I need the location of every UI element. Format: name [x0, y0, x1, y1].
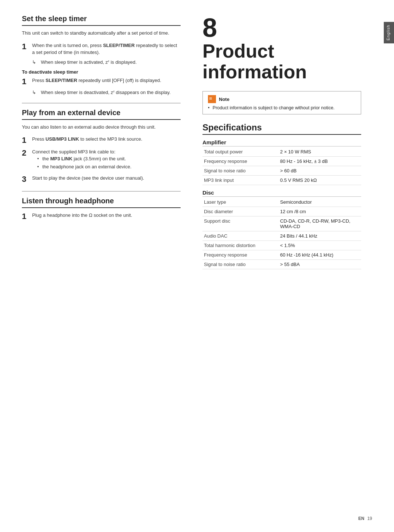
- spec-label: Signal to noise ratio: [202, 260, 279, 269]
- ext-step-2: 2 Connect the supplied MP3 link cable to…: [22, 148, 181, 172]
- chapter-title: Product information: [202, 41, 361, 82]
- note-bullet-1: • Product information is subject to chan…: [208, 105, 356, 110]
- bullet-mp3-link-text: the MP3 LINK jack (3.5mm) on the unit.: [42, 155, 126, 163]
- sleep-timer-intro: This unit can switch to standby automati…: [22, 30, 181, 37]
- sleep-step-1: 1 When the unit is turned on, press SLEE…: [22, 42, 181, 56]
- section-sleep-timer: Set the sleep timer This unit can switch…: [22, 15, 181, 96]
- arrow-icon: ↳: [32, 59, 40, 66]
- sleep-timer-title: Set the sleep timer: [22, 15, 181, 26]
- sleep-step-1-arrow: ↳ When sleep timer is activated, zz is d…: [32, 59, 181, 66]
- spec-row: Total harmonic distortion < 1.5%: [202, 241, 361, 250]
- spec-row: Signal to noise ratio > 60 dB: [202, 166, 361, 176]
- headphone-step-number: 1: [22, 212, 32, 221]
- ext-step-2-content: Connect the supplied MP3 link cable to: …: [32, 148, 131, 172]
- ext-step-3-content: Start to play the device (see the device…: [32, 175, 144, 182]
- chapter-number: 8: [202, 13, 217, 42]
- deactivate-step-1: 1 Press SLEEP/TIMER repeatedly until [OF…: [22, 77, 181, 86]
- spec-value: Semiconductor: [279, 197, 361, 207]
- note-bullet-sym: •: [208, 105, 211, 110]
- spec-row: Signal to noise ratio > 55 dBA: [202, 260, 361, 269]
- specs-title: Specifications: [202, 122, 361, 135]
- headphone-step-content: Plug a headphone into the Ω socket on th…: [32, 212, 132, 219]
- spec-label: Total output power: [202, 147, 279, 157]
- ext-step-2-bullets: • the MP3 LINK jack (3.5mm) on the unit.…: [37, 155, 131, 170]
- section-external-device: Play from an external device You can als…: [22, 109, 181, 184]
- spec-value: < 1.5%: [279, 241, 361, 250]
- note-label: Note: [219, 97, 229, 102]
- spec-label: Signal to noise ratio: [202, 166, 279, 176]
- bullet-headphone-text: the headphone jack on an external device…: [42, 163, 131, 171]
- deactivate-arrow-text: When sleep timer is deactivated, zz disa…: [41, 89, 171, 96]
- bullet-sym-2: •: [37, 163, 42, 171]
- spec-label: Support disc: [202, 216, 279, 231]
- spec-label: Total harmonic distortion: [202, 241, 279, 250]
- spec-row: Audio DAC 24 Bits / 44.1 kHz: [202, 231, 361, 241]
- arrow-icon-2: ↳: [32, 89, 40, 96]
- bullet-headphone: • the headphone jack on an external devi…: [37, 163, 131, 171]
- headphone-step-1: 1 Plug a headphone into the Ω socket on …: [22, 212, 181, 221]
- left-column: Set the sleep timer This unit can switch…: [22, 15, 188, 517]
- spec-label: Frequency response: [202, 157, 279, 166]
- deactivate-arrow: ↳ When sleep timer is deactivated, zz di…: [32, 89, 181, 96]
- spec-category-disc: Disc: [202, 189, 361, 197]
- spec-value: 60 Hz -16 kHz (44.1 kHz): [279, 250, 361, 260]
- ext-step-1-content: Press USB/MP3 LINK to select the MP3 lin…: [32, 136, 142, 143]
- note-icon: [208, 95, 216, 103]
- headphone-steps: 1 Plug a headphone into the Ω socket on …: [22, 212, 181, 221]
- external-device-intro: You can also listen to an external audio…: [22, 124, 181, 131]
- note-bullet-text: Product information is subject to change…: [213, 105, 335, 110]
- spec-table-disc: Laser type Semiconductor Disc diameter 1…: [202, 197, 361, 269]
- deactivate-steps: 1 Press SLEEP/TIMER repeatedly until [OF…: [22, 77, 181, 96]
- spec-row: Frequency response 60 Hz -16 kHz (44.1 k…: [202, 250, 361, 260]
- page: English Set the sleep timer This unit ca…: [0, 0, 394, 532]
- spec-row: MP3 link input 0.5 V RMS 20 kΩ: [202, 176, 361, 185]
- note-box: Note • Product information is subject to…: [202, 91, 361, 114]
- page-footer: EN 19: [358, 516, 372, 521]
- side-language-tab: English: [384, 22, 394, 43]
- spec-row: Frequency response 80 Hz - 16 kHz, ± 3 d…: [202, 157, 361, 166]
- spec-value: CD-DA, CD-R, CD-RW, MP3-CD, WMA-CD: [279, 216, 361, 231]
- main-content: Set the sleep timer This unit can switch…: [0, 0, 394, 532]
- spec-value: > 60 dB: [279, 166, 361, 176]
- section-headphone: Listen through headphone 1 Plug a headph…: [22, 197, 181, 221]
- spec-value: 80 Hz - 16 kHz, ± 3 dB: [279, 157, 361, 166]
- spec-value: 2 × 10 W RMS: [279, 147, 361, 157]
- spec-value: 12 cm /8 cm: [279, 207, 361, 216]
- spec-value: 0.5 V RMS 20 kΩ: [279, 176, 361, 185]
- divider-1: [22, 103, 181, 103]
- ext-step-3: 3 Start to play the device (see the devi…: [22, 175, 181, 184]
- sleep-timer-steps: 1 When the unit is turned on, press SLEE…: [22, 42, 181, 66]
- bullet-mp3-link: • the MP3 LINK jack (3.5mm) on the unit.: [37, 155, 131, 163]
- footer-page: 19: [367, 516, 372, 521]
- spec-label: Audio DAC: [202, 231, 279, 241]
- spec-label: Laser type: [202, 197, 279, 207]
- spec-label: Frequency response: [202, 250, 279, 260]
- deactivate-label: To deactivate sleep timer: [22, 69, 181, 75]
- step-number-1: 1: [22, 42, 32, 51]
- external-device-title: Play from an external device: [22, 109, 181, 120]
- ext-step-number-3: 3: [22, 175, 32, 184]
- spec-label: Disc diameter: [202, 207, 279, 216]
- ext-step-1: 1 Press USB/MP3 LINK to select the MP3 l…: [22, 136, 181, 145]
- spec-row: Support disc CD-DA, CD-R, CD-RW, MP3-CD,…: [202, 216, 361, 231]
- external-device-steps: 1 Press USB/MP3 LINK to select the MP3 l…: [22, 136, 181, 184]
- deactivate-step-content: Press SLEEP/TIMER repeatedly until [OFF]…: [32, 77, 161, 84]
- ext-step-number-2: 2: [22, 148, 32, 158]
- spec-category-amplifier: Amplifier: [202, 139, 361, 146]
- chapter-heading: 8 Product information: [202, 15, 361, 82]
- bullet-sym-1: •: [37, 155, 42, 163]
- spec-value: > 55 dBA: [279, 260, 361, 269]
- spec-row: Total output power 2 × 10 W RMS: [202, 147, 361, 157]
- footer-lang: EN: [358, 516, 364, 521]
- spec-row: Disc diameter 12 cm /8 cm: [202, 207, 361, 216]
- deactivate-step-number: 1: [22, 77, 32, 86]
- spec-value: 24 Bits / 44.1 kHz: [279, 231, 361, 241]
- spec-label: MP3 link input: [202, 176, 279, 185]
- note-header: Note: [208, 95, 356, 103]
- sleep-step-1-content: When the unit is turned on, press SLEEP/…: [32, 42, 181, 56]
- headphone-title: Listen through headphone: [22, 197, 181, 208]
- spec-table-amplifier: Total output power 2 × 10 W RMS Frequenc…: [202, 147, 361, 185]
- right-column: 8 Product information Note • Product inf…: [202, 15, 372, 517]
- spec-row: Laser type Semiconductor: [202, 197, 361, 207]
- divider-2: [22, 191, 181, 192]
